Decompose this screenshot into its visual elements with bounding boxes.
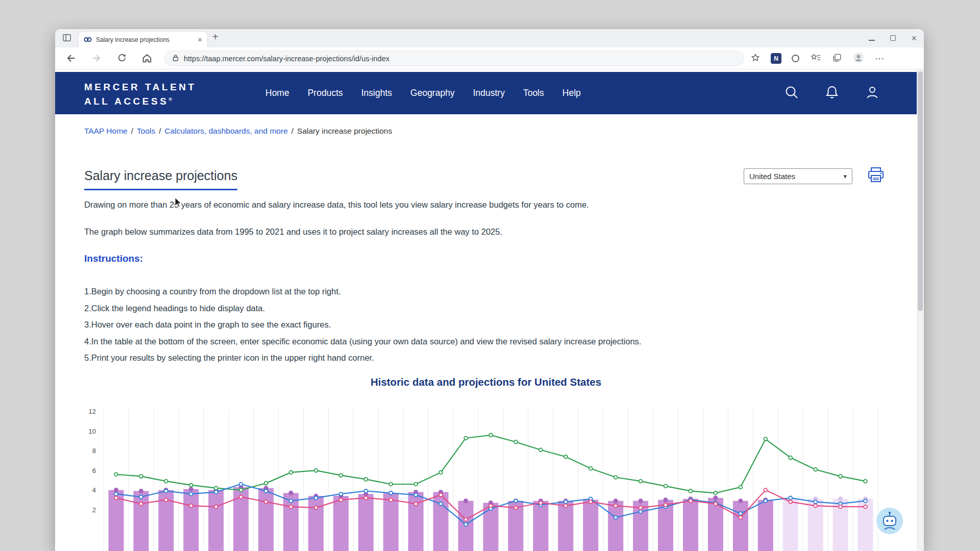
profile-avatar-icon[interactable]	[852, 52, 865, 66]
collections-icon[interactable]	[832, 53, 842, 65]
mercer-favicon-icon	[84, 35, 92, 44]
back-icon[interactable]	[65, 53, 77, 66]
address-bar[interactable]: https://taap.mercer.com/salary-increase-…	[164, 51, 744, 66]
browser-window: Salary increase projections × + × https:…	[55, 29, 924, 551]
instruction-step: 4.In the table at the bottom of the scre…	[84, 333, 641, 350]
chat-widget-button[interactable]	[876, 507, 903, 535]
browser-tab[interactable]: Salary increase projections ×	[79, 32, 207, 47]
maximize-button[interactable]	[890, 34, 896, 43]
favorites-add-icon[interactable]	[750, 53, 761, 65]
instruction-step: 3.Hover over each data point in the grap…	[84, 316, 641, 333]
page-content: MERCER TALENT ALL ACCESS® Home Products …	[55, 69, 924, 551]
tab-strip: Salary increase projections × + ×	[55, 29, 924, 47]
mercer-taap-logo[interactable]: MERCER TALENT ALL ACCESS®	[84, 81, 197, 108]
nav-item-geography[interactable]: Geography	[410, 88, 455, 98]
breadcrumb-taap-home[interactable]: TAAP Home	[84, 127, 128, 135]
minimize-button[interactable]	[869, 34, 875, 43]
chart-title: Historic data and projections for United…	[55, 376, 917, 388]
breadcrumb-current: Salary increase projections	[297, 127, 392, 135]
refresh-icon[interactable]	[117, 53, 127, 65]
main-nav: Home Products Insights Geography Industr…	[265, 72, 581, 114]
svg-text:12: 12	[89, 408, 96, 415]
nav-item-products[interactable]: Products	[308, 88, 343, 98]
browser-essentials-icon[interactable]	[792, 55, 799, 62]
site-header: MERCER TALENT ALL ACCESS® Home Products …	[55, 72, 917, 114]
breadcrumb: TAAP Home/Tools/Calculators, dashboards,…	[84, 127, 392, 136]
instruction-step: 1.Begin by choosing a country from the d…	[84, 283, 641, 300]
extension-badge-icon[interactable]: N	[771, 53, 781, 64]
nav-item-industry[interactable]: Industry	[473, 88, 505, 98]
svg-text:6: 6	[92, 467, 96, 474]
more-menu-icon[interactable]: ⋯	[875, 53, 884, 64]
instructions-list: 1.Begin by choosing a country from the d…	[84, 283, 641, 366]
breadcrumb-tools[interactable]: Tools	[137, 127, 155, 135]
intro-paragraph-2: The graph below summarizes data from 199…	[84, 227, 502, 237]
lock-icon	[172, 54, 179, 64]
tab-actions-menu-icon[interactable]	[62, 34, 71, 44]
nav-item-tools[interactable]: Tools	[523, 88, 544, 98]
favorites-hub-icon[interactable]	[810, 53, 822, 65]
nav-item-insights[interactable]: Insights	[361, 88, 392, 98]
page-scrollbar[interactable]	[917, 69, 924, 551]
nav-item-help[interactable]: Help	[562, 88, 581, 98]
print-icon[interactable]	[867, 166, 885, 186]
browser-toolbar: https://taap.mercer.com/salary-increase-…	[55, 47, 924, 69]
search-icon[interactable]	[784, 85, 799, 102]
account-person-icon[interactable]	[865, 85, 880, 102]
instruction-step: 5.Print your results by selecting the pr…	[84, 349, 641, 366]
intro-paragraph-1: Drawing on more than 20 years of economi…	[84, 200, 589, 210]
window-close-button[interactable]: ×	[911, 34, 917, 43]
svg-text:2: 2	[92, 506, 96, 514]
svg-text:8: 8	[92, 447, 96, 455]
scrollbar-thumb[interactable]	[918, 71, 923, 311]
page-title: Salary increase projections	[84, 168, 237, 190]
nav-item-home[interactable]: Home	[265, 88, 289, 98]
new-tab-button[interactable]: +	[212, 31, 218, 43]
url-text: https://taap.mercer.com/salary-increase-…	[184, 55, 389, 63]
svg-text:10: 10	[89, 428, 96, 435]
instructions-heading: Instructions:	[84, 253, 143, 264]
chevron-down-icon: ▾	[843, 172, 847, 180]
country-select[interactable]: United States ▾	[744, 168, 852, 184]
instruction-step: 2.Click the legend headings to hide disp…	[84, 300, 641, 317]
salary-chart[interactable]: 24681012	[55, 406, 917, 551]
forward-icon[interactable]	[91, 53, 102, 66]
tab-close-icon[interactable]: ×	[198, 36, 202, 43]
breadcrumb-calculators[interactable]: Calculators, dashboards, and more	[165, 127, 288, 135]
svg-text:4: 4	[92, 486, 96, 494]
tab-title: Salary increase projections	[96, 36, 193, 43]
home-icon[interactable]	[141, 53, 153, 66]
notifications-bell-icon[interactable]	[825, 85, 839, 102]
mouse-cursor	[174, 197, 184, 210]
